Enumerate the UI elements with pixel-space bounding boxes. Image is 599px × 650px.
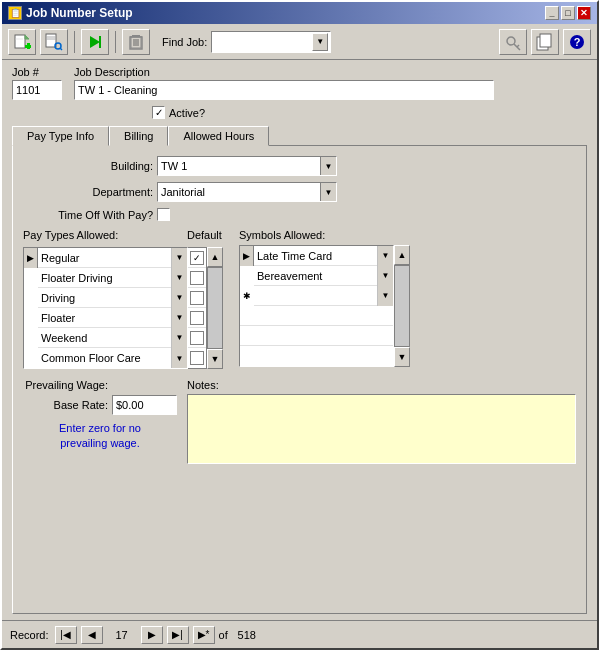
job-header: Job # Job Description bbox=[12, 66, 587, 100]
record-nav: Record: |◀ ◀ 17 ▶ ▶| ▶* of 518 bbox=[2, 620, 597, 648]
floor-care-default-checkbox[interactable] bbox=[190, 351, 204, 365]
floater-driving-default-checkbox[interactable] bbox=[190, 271, 204, 285]
list-item: ▶ Late Time Card ▼ bbox=[240, 246, 393, 266]
window-title: Job Number Setup bbox=[26, 6, 133, 20]
star-combo-btn[interactable]: ▼ bbox=[377, 286, 393, 306]
prevailing-wage-row: Prevailing Wage: bbox=[23, 379, 177, 391]
go-button[interactable] bbox=[81, 29, 109, 55]
floater-combo-btn[interactable]: ▼ bbox=[171, 308, 187, 328]
nav-first-button[interactable]: |◀ bbox=[55, 626, 77, 644]
notes-area: Notes: bbox=[187, 379, 576, 464]
weekend-default-checkbox[interactable] bbox=[190, 331, 204, 345]
content-area: Job # Job Description ✓ Active? Pay Type… bbox=[2, 60, 597, 620]
job-number-group: Job # bbox=[12, 66, 62, 100]
building-input[interactable] bbox=[158, 157, 320, 175]
nav-new-button[interactable]: ▶* bbox=[193, 626, 215, 644]
department-label: Department: bbox=[23, 186, 153, 198]
active-area: ✓ Active? bbox=[152, 106, 587, 119]
symbols-header: Symbols Allowed: bbox=[239, 229, 410, 241]
pay-types-scroll-up[interactable]: ▲ bbox=[207, 247, 223, 267]
base-rate-row: Base Rate: bbox=[23, 395, 177, 415]
row-selector-regular[interactable]: ▶ bbox=[24, 248, 38, 268]
base-rate-label: Base Rate: bbox=[23, 399, 108, 411]
row-selector-floater[interactable] bbox=[24, 308, 38, 328]
active-checkbox[interactable]: ✓ bbox=[152, 106, 165, 119]
pay-types-scroll-track bbox=[207, 267, 223, 349]
driving-default-checkbox[interactable] bbox=[190, 291, 204, 305]
pay-types-scroll-down[interactable]: ▼ bbox=[207, 349, 223, 369]
list-item: Floater Driving ▼ bbox=[24, 268, 187, 288]
copy-button[interactable] bbox=[531, 29, 559, 55]
tab-billing[interactable]: Billing bbox=[109, 126, 168, 146]
find-job-arrow[interactable]: ▼ bbox=[312, 33, 328, 51]
toolbar-separator-1 bbox=[74, 31, 75, 53]
toolbar-separator-2 bbox=[115, 31, 116, 53]
tab-container: Pay Type Info Billing Allowed Hours Buil… bbox=[12, 125, 587, 614]
list-item bbox=[240, 306, 393, 326]
close-button[interactable]: ✕ bbox=[577, 6, 591, 20]
list-item: Floater ▼ bbox=[24, 308, 187, 328]
row-selector-weekend[interactable] bbox=[24, 328, 38, 348]
list-item: Bereavement ▼ bbox=[240, 266, 393, 286]
prevailing-wage-label: Prevailing Wage: bbox=[23, 379, 108, 391]
nav-next-button[interactable]: ▶ bbox=[141, 626, 163, 644]
find-job-area: Find Job: ▼ bbox=[162, 31, 331, 53]
list-item: Weekend ▼ bbox=[24, 328, 187, 348]
regular-default-checkbox[interactable]: ✓ bbox=[190, 251, 204, 265]
help-button[interactable]: ? bbox=[563, 29, 591, 55]
department-combo-arrow[interactable]: ▼ bbox=[320, 183, 336, 201]
job-number-input[interactable] bbox=[12, 80, 62, 100]
row-selector-driving[interactable] bbox=[24, 288, 38, 308]
row-selector-bereavement[interactable] bbox=[240, 266, 254, 286]
notes-textarea[interactable] bbox=[187, 394, 576, 464]
row-selector-floater-driving[interactable] bbox=[24, 268, 38, 288]
driving-combo-btn[interactable]: ▼ bbox=[171, 288, 187, 308]
row-selector-floor-care[interactable] bbox=[24, 348, 38, 368]
maximize-button[interactable]: □ bbox=[561, 6, 575, 20]
nav-prev-button[interactable]: ◀ bbox=[81, 626, 103, 644]
symbols-scroll-up[interactable]: ▲ bbox=[394, 245, 410, 265]
base-rate-input[interactable] bbox=[112, 395, 177, 415]
row-selector-late[interactable]: ▶ bbox=[240, 246, 254, 266]
pay-types-section: Pay Types Allowed: Default ▶ Regular ▼ bbox=[23, 229, 223, 369]
building-combo-arrow[interactable]: ▼ bbox=[320, 157, 336, 175]
svg-text:?: ? bbox=[574, 36, 581, 48]
delete-button[interactable] bbox=[122, 29, 150, 55]
floater-default-checkbox[interactable] bbox=[190, 311, 204, 325]
weekend-combo-btn[interactable]: ▼ bbox=[171, 328, 187, 348]
job-description-input[interactable] bbox=[74, 80, 494, 100]
tab-pay-type-info[interactable]: Pay Type Info bbox=[12, 126, 109, 146]
record-total: 518 bbox=[232, 629, 262, 641]
bereavement-combo-btn[interactable]: ▼ bbox=[377, 266, 393, 286]
nav-last-button[interactable]: ▶| bbox=[167, 626, 189, 644]
key-button[interactable] bbox=[499, 29, 527, 55]
bottom-area: Prevailing Wage: Base Rate: Enter zero f… bbox=[23, 379, 576, 464]
floater-driving-combo-btn[interactable]: ▼ bbox=[171, 268, 187, 288]
search-button[interactable] bbox=[40, 29, 68, 55]
job-number-label: Job # bbox=[12, 66, 62, 78]
row-selector-star[interactable]: ✱ bbox=[240, 286, 254, 306]
symbols-list-area: ▶ Late Time Card ▼ Bereavement ▼ bbox=[239, 245, 410, 367]
job-description-group: Job Description bbox=[74, 66, 494, 100]
tab-content: Building: ▼ Department: ▼ Time bbox=[12, 145, 587, 614]
symbols-scroll-down[interactable]: ▼ bbox=[394, 347, 410, 367]
building-combo[interactable]: ▼ bbox=[157, 156, 337, 176]
time-off-row: Time Off With Pay? bbox=[23, 208, 576, 221]
new-record-button[interactable] bbox=[8, 29, 36, 55]
tab-allowed-hours[interactable]: Allowed Hours bbox=[168, 126, 269, 146]
list-item bbox=[240, 326, 393, 346]
late-combo-btn[interactable]: ▼ bbox=[377, 246, 393, 266]
time-off-checkbox[interactable] bbox=[157, 208, 170, 221]
symbols-scrollbar: ▲ ▼ bbox=[394, 245, 410, 367]
department-input[interactable] bbox=[158, 183, 320, 201]
department-combo[interactable]: ▼ bbox=[157, 182, 337, 202]
list-item: ▶ Regular ▼ bbox=[24, 248, 187, 268]
symbols-list: ▶ Late Time Card ▼ Bereavement ▼ bbox=[239, 245, 394, 367]
of-text: of bbox=[219, 629, 228, 641]
regular-combo-btn[interactable]: ▼ bbox=[171, 248, 187, 268]
find-job-combo[interactable]: ▼ bbox=[211, 31, 331, 53]
floor-care-combo-btn[interactable]: ▼ bbox=[171, 348, 187, 368]
minimize-button[interactable]: _ bbox=[545, 6, 559, 20]
list-item: Common Floor Care ▼ bbox=[24, 348, 187, 368]
building-label: Building: bbox=[23, 160, 153, 172]
